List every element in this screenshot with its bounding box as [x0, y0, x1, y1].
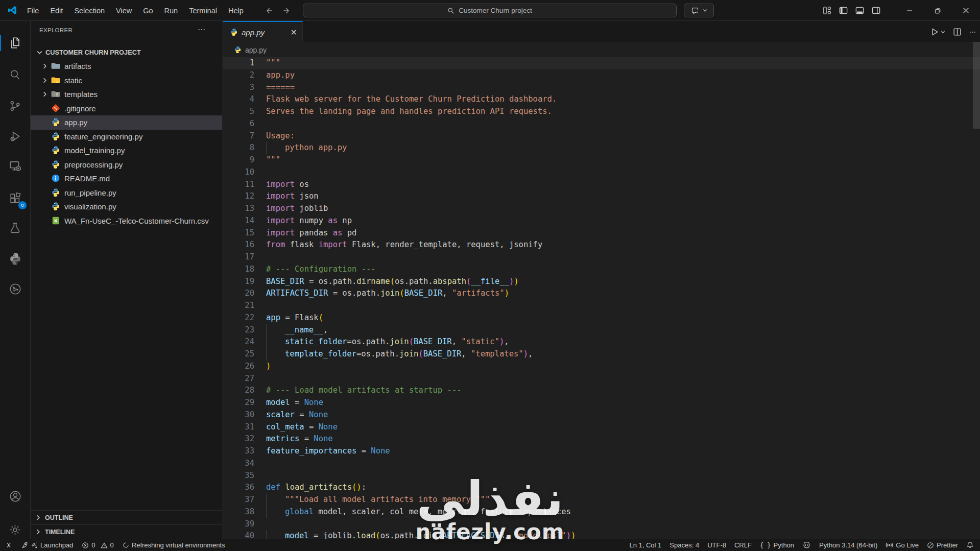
code-line-21[interactable]: 21 — [223, 300, 980, 312]
encoding[interactable]: UTF-8 — [707, 541, 726, 549]
code-line-30[interactable]: 30scaler = None — [223, 409, 980, 421]
code-line-12[interactable]: 12import json — [223, 190, 980, 203]
launchpad-item[interactable]: Launchpad — [21, 541, 73, 549]
activity-live-share[interactable] — [0, 277, 30, 301]
menu-edit[interactable]: Edit — [44, 4, 68, 18]
toggle-primary-sidebar-icon[interactable] — [839, 6, 848, 15]
activity-search[interactable] — [0, 62, 30, 87]
code-editor[interactable]: 1"""2app.py3======4Flask web server for … — [223, 57, 980, 539]
code-line-18[interactable]: 18# --- Configuration --- — [223, 263, 980, 276]
notifications-bell-icon[interactable] — [966, 541, 974, 549]
code-line-11[interactable]: 11import os — [223, 179, 980, 191]
go-live-item[interactable]: Go Live — [886, 541, 919, 549]
tree-item-feature-engineering.py[interactable]: feature_engineering.py — [31, 130, 222, 144]
code-line-37[interactable]: 37"""Load all model artifacts into memor… — [223, 494, 980, 506]
code-line-9[interactable]: 9""" — [223, 154, 980, 166]
tree-item-templates[interactable]: templates — [31, 87, 222, 102]
toggle-secondary-sidebar-icon[interactable] — [871, 6, 881, 15]
tree-item-.gitignore[interactable]: .gitignore — [31, 102, 222, 116]
split-editor-icon[interactable] — [953, 28, 962, 36]
code-line-4[interactable]: 4Flask web server for the Customer Churn… — [223, 93, 980, 106]
activity-account[interactable] — [0, 484, 30, 509]
code-line-7[interactable]: 7Usage: — [223, 130, 980, 142]
activity-run-debug[interactable] — [0, 124, 30, 149]
python-env-status[interactable]: Refreshing virtual environments — [123, 541, 225, 549]
more-actions-icon[interactable]: ⋯ — [969, 28, 977, 36]
code-line-23[interactable]: 23__name__, — [223, 324, 980, 337]
code-line-24[interactable]: 24static_folder=os.path.join(BASE_DIR, "… — [223, 336, 980, 348]
breadcrumb[interactable]: app.py — [223, 42, 980, 57]
editor-scrollbar[interactable] — [973, 42, 980, 129]
close-icon[interactable] — [952, 0, 980, 21]
remote-indicator[interactable] — [5, 541, 12, 549]
menu-terminal[interactable]: Terminal — [183, 4, 223, 18]
arrow-left-icon[interactable] — [265, 7, 273, 15]
code-line-31[interactable]: 31col_meta = None — [223, 421, 980, 434]
code-line-38[interactable]: 38global model, scaler, col_meta, metric… — [223, 506, 980, 518]
menu-selection[interactable]: Selection — [68, 4, 110, 18]
tree-item-artifacts[interactable]: artifacts — [31, 59, 222, 74]
menu-help[interactable]: Help — [223, 4, 249, 18]
code-line-27[interactable]: 27 — [223, 373, 980, 385]
activity-testing[interactable] — [0, 215, 30, 240]
tree-item-visualization.py[interactable]: visualization.py — [31, 200, 222, 214]
activity-source-control[interactable] — [0, 93, 30, 118]
code-line-8[interactable]: 8python app.py — [223, 142, 980, 154]
code-line-36[interactable]: 36def load_artifacts(): — [223, 482, 980, 494]
code-line-20[interactable]: 20ARTIFACTS_DIR = os.path.join(BASE_DIR,… — [223, 288, 980, 300]
timeline-section[interactable]: TIMELINE — [31, 524, 222, 539]
code-line-10[interactable]: 10 — [223, 166, 980, 179]
indentation[interactable]: Spaces: 4 — [670, 541, 699, 549]
copilot-status-icon[interactable] — [802, 541, 811, 549]
code-line-19[interactable]: 19BASE_DIR = os.path.dirname(os.path.abs… — [223, 276, 980, 288]
explorer-more-actions-icon[interactable]: ⋯ — [198, 25, 206, 34]
code-line-16[interactable]: 16from flask import Flask, render_templa… — [223, 239, 980, 251]
code-line-34[interactable]: 34 — [223, 458, 980, 470]
code-line-5[interactable]: 5Serves the landing page and handles pre… — [223, 106, 980, 118]
toggle-panel-icon[interactable] — [855, 6, 865, 15]
tree-item-readme.md[interactable]: README.md — [31, 172, 222, 186]
prettier-item[interactable]: Prettier — [927, 541, 958, 549]
code-line-35[interactable]: 35 — [223, 470, 980, 482]
tab-close-icon[interactable]: ✕ — [291, 28, 297, 37]
code-line-3[interactable]: 3====== — [223, 82, 980, 94]
menu-file[interactable]: File — [21, 4, 44, 18]
tree-item-run-pipeline.py[interactable]: run_pipeline.py — [31, 186, 222, 200]
menu-go[interactable]: Go — [137, 4, 158, 18]
run-python-file-icon[interactable] — [930, 28, 945, 36]
activity-remote-explorer[interactable] — [0, 154, 30, 178]
menu-run[interactable]: Run — [159, 4, 184, 18]
code-line-13[interactable]: 13import joblib — [223, 203, 980, 215]
tree-item-preprocessing.py[interactable]: preprocessing.py — [31, 158, 222, 172]
outline-section[interactable]: OUTLINE — [31, 510, 222, 524]
code-line-33[interactable]: 33feature_importances = None — [223, 445, 980, 458]
code-line-1[interactable]: 1""" — [223, 57, 980, 69]
code-line-14[interactable]: 14import numpy as np — [223, 215, 980, 227]
restore-icon[interactable] — [923, 0, 951, 21]
activity-extensions[interactable]: ↻ — [0, 186, 30, 210]
code-line-22[interactable]: 22app = Flask( — [223, 312, 980, 324]
arrow-right-icon[interactable] — [283, 7, 291, 15]
code-line-39[interactable]: 39 — [223, 518, 980, 531]
code-line-26[interactable]: 26) — [223, 361, 980, 373]
code-line-32[interactable]: 32metrics = None — [223, 433, 980, 445]
tree-item-app.py[interactable]: app.py — [31, 115, 222, 130]
tree-item-wa-fn-usec--telco-customer-churn.csv[interactable]: WA_Fn-UseC_-Telco-Customer-Churn.csv — [31, 214, 222, 228]
tree-item-static[interactable]: static — [31, 74, 222, 88]
minimize-icon[interactable] — [895, 0, 923, 21]
code-line-2[interactable]: 2app.py — [223, 69, 980, 82]
code-line-6[interactable]: 6 — [223, 118, 980, 130]
copilot-chat-button[interactable] — [684, 4, 714, 17]
tree-item-model-training.py[interactable]: model_training.py — [31, 143, 222, 158]
customize-layout-icon[interactable] — [822, 6, 832, 15]
code-line-15[interactable]: 15import pandas as pd — [223, 227, 980, 239]
code-line-25[interactable]: 25template_folder=os.path.join(BASE_DIR,… — [223, 348, 980, 361]
activity-explorer[interactable] — [0, 31, 30, 55]
eol-sequence[interactable]: CRLF — [734, 541, 752, 549]
code-line-17[interactable]: 17 — [223, 251, 980, 263]
code-line-40[interactable]: 40model = joblib.load(os.path.join(ARTIF… — [223, 530, 980, 539]
command-center-search[interactable]: Customer Churn project — [303, 4, 677, 17]
code-line-29[interactable]: 29model = None — [223, 397, 980, 409]
menu-view[interactable]: View — [110, 4, 137, 18]
code-line-28[interactable]: 28# --- Load model artifacts at startup … — [223, 385, 980, 397]
